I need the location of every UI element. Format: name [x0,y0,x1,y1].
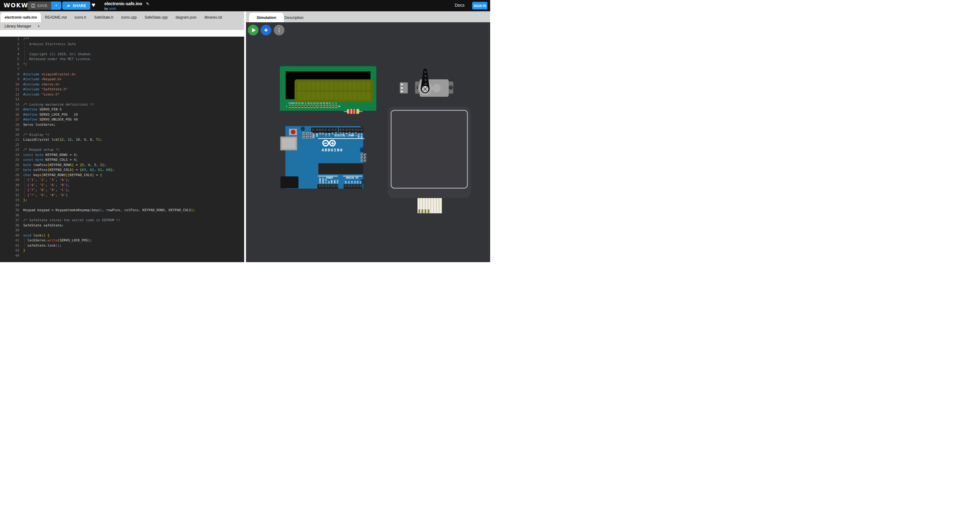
author-link[interactable]: urish [109,7,116,10]
line-number: 21 [0,137,19,143]
digital-pin[interactable] [325,129,326,131]
digital-pin[interactable] [355,129,357,131]
lcd-pin-E[interactable] [304,105,306,108]
lcd-pin-K[interactable] [335,105,337,108]
analog-caption: ANALOG IN [346,177,358,179]
membrane-keypad[interactable] [388,107,471,198]
resistor-220[interactable] [347,109,360,114]
wokwi-logo[interactable]: WOKWI [4,2,31,8]
digital-pin[interactable] [342,129,344,131]
docs-link[interactable]: Docs [455,3,465,8]
servo-mount-hole [449,86,453,90]
resistor-band [357,109,359,114]
analog-pin[interactable] [348,185,350,187]
digital-pin[interactable] [345,129,348,131]
power-jack [280,177,299,188]
power-pin[interactable] [328,185,329,187]
code-editor[interactable]: 1/**2 Arduino Electronic Safe34 Copyrigh… [0,37,244,262]
file-tab-SafeState.cpp[interactable]: SafeState.cpp [141,13,172,22]
more-options-button[interactable]: ⋮ [274,25,285,35]
library-manager-row[interactable]: Library Manager ▾ [0,22,244,30]
lcd-pin-D2[interactable] [313,105,316,108]
lcd-pin-D5[interactable] [323,105,325,108]
code-text: } [23,248,25,253]
digital-pin[interactable] [352,129,354,131]
lcd-cell [334,92,338,100]
file-tab-icons.h[interactable]: icons.h [70,13,90,22]
digital-pin[interactable] [348,129,351,131]
pin-label-5V-3: 5V [328,181,330,183]
code-line: 16#define SERVO_LOCK_POS 20 [0,112,244,118]
lcd-pin-D1[interactable] [310,105,312,108]
power-pin[interactable] [322,185,324,187]
lcd1602-module[interactable] [280,66,376,111]
digital-pin[interactable] [312,129,314,131]
power-pin[interactable] [336,185,339,187]
line-number: 36 [0,213,19,218]
digital-pin[interactable] [339,129,342,131]
heart-icon[interactable]: ♥ [92,1,95,8]
digital-pin[interactable] [357,129,360,131]
lcd-cell [353,82,356,90]
lcd-pin-D6[interactable] [326,105,328,108]
code-text: /* Display */ [23,132,49,138]
simulation-canvas[interactable]: + ⋮ VSSVDDV0RSRWED0D1D2D3D4D5D6D7AK116 [246,22,490,262]
lcd-pin-VSS[interactable] [289,105,291,108]
save-button[interactable]: SAVE ▼ [27,2,61,10]
analog-pin[interactable] [345,185,347,187]
file-tab-README.md[interactable]: README.md [41,13,70,22]
lcd-cell [320,92,325,100]
reset-button[interactable] [291,130,296,134]
save-dropdown-button[interactable]: ▼ [51,2,61,10]
file-tab-libraries.txt[interactable]: libraries.txt [200,13,226,22]
code-text: #include <Servo.h> [23,82,59,87]
power-pin[interactable] [325,185,327,187]
mounting-hole [301,127,305,131]
lcd-pin-RS[interactable] [298,105,300,108]
share-button[interactable]: SHARE [62,2,90,10]
code-text: /** [23,37,29,42]
digital-pin[interactable] [319,129,321,131]
lcd-cell [320,82,325,90]
editor-top-strip [0,30,244,37]
project-byline: by urish [104,7,149,10]
play-button[interactable] [248,25,258,35]
add-part-button[interactable]: + [261,25,271,35]
tab-simulation[interactable]: Simulation [249,13,284,22]
line-number: 18 [0,123,19,127]
digital-pin[interactable] [321,129,323,131]
digital-pin[interactable] [316,129,318,131]
sign-in-button[interactable]: SIGN IN [472,2,487,10]
line-number: 38 [0,223,19,228]
tab-description[interactable]: Description [281,13,307,22]
digital-pin[interactable] [328,129,330,131]
file-tab-SafeState.h[interactable]: SafeState.h [90,13,117,22]
file-tab-diagram.json[interactable]: diagram.json [172,13,200,22]
lcd-pin-D3[interactable] [317,105,319,108]
lcd-pin-D0[interactable] [307,105,309,108]
digital-pin[interactable] [331,129,334,131]
file-tab-icons.cpp[interactable]: icons.cpp [117,13,141,22]
power-pin[interactable] [319,185,321,187]
file-tab-electronic-safe.ino[interactable]: electronic-safe.ino [1,13,41,22]
analog-pin[interactable] [356,185,359,187]
edit-title-icon[interactable]: ✎ [146,2,149,6]
lcd-pin-D4[interactable] [320,105,322,108]
lcd-character-grid [298,82,370,100]
power-pin[interactable] [331,185,332,187]
power-pin[interactable] [333,185,336,187]
lcd-pin-D7[interactable] [329,105,331,108]
lcd-pin-VDD[interactable] [292,105,294,108]
digital-pin[interactable] [360,129,363,131]
line-number: 29 [0,178,19,183]
lcd-pin-RW[interactable] [301,105,303,108]
pin-label-Vin-6: Vin [336,180,339,183]
analog-pin[interactable] [360,185,362,187]
analog-pin[interactable] [353,185,356,187]
lcd-pin-V0[interactable] [295,105,297,108]
digital-pin[interactable] [334,129,337,131]
code-line: 44 [0,253,244,258]
analog-pin[interactable] [350,185,353,187]
line-number: 8 [0,72,19,77]
lcd-pin-A[interactable] [332,105,334,108]
